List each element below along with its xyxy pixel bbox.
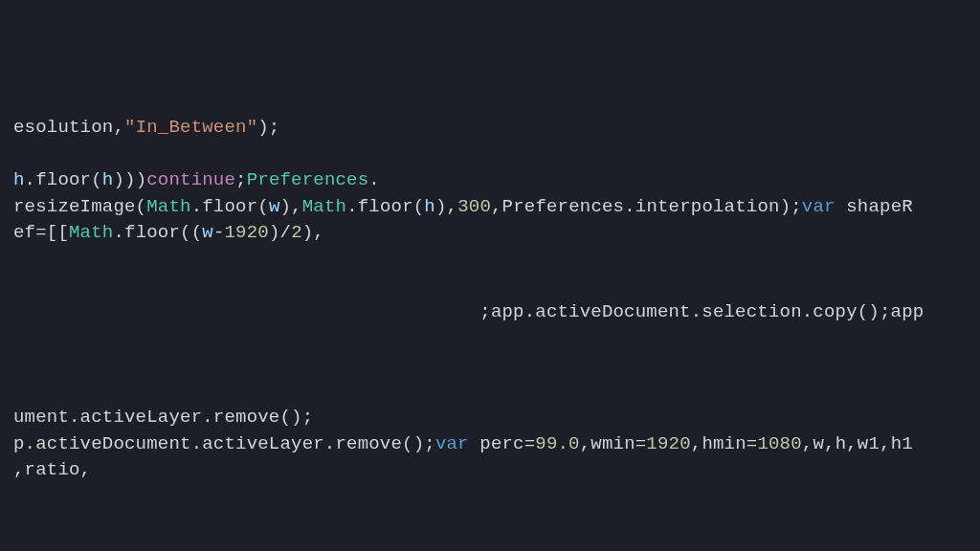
- code-token: continue: [146, 169, 235, 190]
- code-token: ,ratio,: [13, 459, 91, 480]
- code-token: [13, 380, 25, 401]
- code-token: ,hmin=: [691, 433, 758, 454]
- code-token: ,Preferences.interpolation);: [491, 196, 802, 217]
- code-token: 1920: [224, 222, 268, 243]
- code-token: .floor(: [346, 196, 424, 217]
- code-token: Math: [69, 222, 113, 243]
- code-token: Math: [146, 196, 190, 217]
- code-line[interactable]: [13, 247, 980, 274]
- code-token: var: [435, 433, 469, 454]
- code-token: 1080: [757, 433, 801, 454]
- code-line[interactable]: [13, 273, 980, 299]
- code-token: h: [424, 196, 435, 217]
- code-token: w: [269, 196, 280, 217]
- code-token: [13, 327, 25, 348]
- code-token: -: [213, 222, 225, 243]
- code-token: [13, 249, 25, 270]
- code-token: h: [13, 169, 25, 190]
- code-token: ),: [279, 196, 301, 217]
- code-token: ;: [235, 169, 247, 190]
- code-token: Preferences: [247, 169, 369, 190]
- code-token: .floor(: [191, 196, 269, 217]
- code-editor[interactable]: esolution,"In_Between"); h.floor(h)))con…: [0, 0, 980, 484]
- code-line[interactable]: p.activeDocument.activeLayer.remove();va…: [13, 431, 980, 458]
- code-line[interactable]: ,ratio,: [13, 457, 980, 484]
- code-token: ument.activeLayer.remove();: [13, 407, 313, 428]
- code-token: 2: [291, 222, 302, 243]
- code-token: shapeR: [835, 196, 913, 217]
- code-line[interactable]: ef=[[Math.floor((w-1920)/2),: [13, 220, 980, 247]
- code-token: var: [802, 196, 835, 217]
- code-line[interactable]: ument.activeLayer.remove();: [13, 405, 980, 431]
- code-line[interactable]: resizeImage(Math.floor(w),Math.floor(h),…: [13, 194, 980, 221]
- code-token: esolution,: [13, 117, 124, 138]
- code-token: [13, 354, 25, 375]
- code-token: .floor(: [25, 169, 102, 190]
- code-token: [13, 143, 25, 165]
- code-token: p.activeDocument.activeLayer.remove();: [13, 433, 435, 454]
- code-token: "In_Between": [124, 117, 257, 138]
- code-token: .: [368, 169, 380, 190]
- code-token: )/: [269, 222, 291, 243]
- code-token: );: [257, 117, 279, 138]
- code-token: w: [202, 222, 213, 243]
- code-line[interactable]: h.floor(h)))continue;Preferences.: [13, 167, 980, 194]
- code-line[interactable]: [13, 352, 980, 379]
- code-token: ,wmin=: [580, 433, 647, 454]
- code-token: ))): [113, 169, 146, 190]
- code-token: ),: [302, 222, 324, 243]
- code-token: 300: [457, 196, 491, 217]
- code-token: ,w,h,w1,h1: [802, 433, 913, 454]
- code-token: ef=[[: [13, 222, 69, 243]
- code-line[interactable]: esolution,"In_Between");: [13, 115, 980, 142]
- code-line[interactable]: [13, 325, 980, 352]
- code-token: .floor((: [113, 222, 202, 243]
- code-token: perc=: [469, 433, 536, 454]
- code-token: ;app.activeDocument.selection.copy();app: [13, 301, 924, 322]
- code-line[interactable]: [13, 142, 980, 168]
- code-token: ),: [435, 196, 457, 217]
- code-token: 1920: [646, 433, 690, 454]
- code-line[interactable]: ;app.activeDocument.selection.copy();app: [13, 299, 980, 326]
- code-line[interactable]: [13, 378, 980, 405]
- code-token: 99.0: [535, 433, 579, 454]
- code-token: [13, 275, 25, 296]
- code-token: h: [102, 169, 114, 190]
- code-token: Math: [302, 196, 346, 217]
- code-token: resizeImage(: [13, 196, 146, 217]
